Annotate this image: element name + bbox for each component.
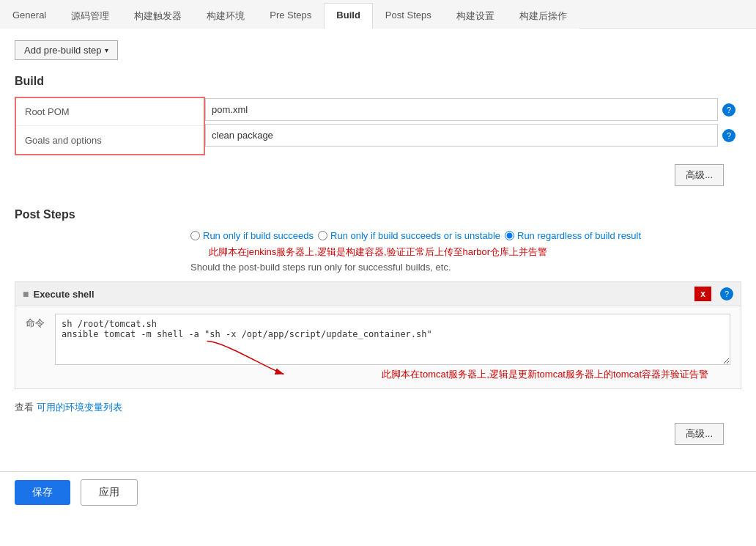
card-body: 命令 此脚本在tomcat服务器 [15, 306, 741, 388]
post-steps-advanced-row: 高级... [15, 423, 741, 445]
build-inputs-col: ? ? [205, 97, 741, 147]
bottom-buttons: 保存 应用 [15, 479, 138, 506]
tab-settings[interactable]: 构建设置 [444, 3, 507, 29]
dropdown-arrow-icon: ▾ [105, 46, 108, 54]
card-actions: x ? [694, 287, 733, 301]
goals-help-icon[interactable]: ? [722, 129, 735, 142]
cmd-annotation-text: 此脚本在tomcat服务器上,逻辑是更新tomcat服务器上的tomcat容器并… [26, 365, 730, 381]
radio-unstable[interactable]: Run only if build succeeds or is unstabl… [318, 230, 500, 241]
add-pre-build-step-button[interactable]: Add pre-build step ▾ [15, 40, 118, 60]
post-steps-advanced-button[interactable]: 高级... [675, 423, 724, 445]
content-area: Add pre-build step ▾ Build Root POM Goal… [0, 29, 756, 471]
execute-shell-title: Execute shell [33, 289, 94, 300]
cmd-textarea[interactable] [55, 314, 730, 365]
build-section: Build Root POM Goals and options ? [15, 75, 741, 186]
build-advanced-row: 高级... [15, 164, 741, 186]
post-steps-desc: Should the post-build steps run only for… [15, 262, 741, 273]
tab-postactions[interactable]: 构建后操作 [507, 3, 579, 29]
radio-success-label: Run only if build succeeds [203, 230, 314, 241]
radio-always[interactable]: Run regardless of build result [505, 230, 641, 241]
card-title-row: ■ Execute shell [23, 288, 94, 300]
radio-success[interactable]: Run only if build succeeds [190, 230, 314, 241]
root-pom-label: Root POM [16, 98, 204, 126]
save-button[interactable]: 保存 [15, 480, 70, 505]
shell-icon: ■ [23, 288, 29, 300]
bottom-bar: 保存 应用 [0, 471, 756, 513]
post-steps-section: Post Steps Run only if build succeeds Ru… [15, 208, 741, 445]
tabs-bar: General 源码管理 构建触发器 构建环境 Pre Steps Build … [0, 0, 756, 29]
tab-env[interactable]: 构建环境 [194, 3, 257, 29]
build-section-title: Build [15, 75, 741, 88]
build-labels-box: Root POM Goals and options [15, 97, 205, 155]
apply-button[interactable]: 应用 [81, 479, 138, 506]
tab-build[interactable]: Build [324, 3, 373, 29]
tab-general[interactable]: General [0, 3, 59, 29]
page-wrapper: General 源码管理 构建触发器 构建环境 Pre Steps Build … [0, 0, 756, 546]
tab-presteps[interactable]: Pre Steps [257, 3, 324, 29]
goals-row: ? [205, 124, 741, 147]
post-steps-title: Post Steps [15, 208, 741, 221]
tab-triggers[interactable]: 构建触发器 [122, 3, 194, 29]
radio-always-label: Run regardless of build result [517, 230, 641, 241]
tab-poststeps[interactable]: Post Steps [373, 3, 444, 29]
execute-shell-header: ■ Execute shell x ? [15, 282, 741, 306]
cmd-label: 命令 [26, 314, 48, 330]
root-pom-help-icon[interactable]: ? [722, 103, 735, 117]
add-pre-build-label: Add pre-build step [24, 45, 102, 56]
radio-always-input[interactable] [505, 231, 514, 240]
cmd-row: 命令 [26, 314, 730, 365]
goals-input[interactable] [205, 124, 718, 147]
radio-unstable-label: Run only if build succeeds or is unstabl… [330, 230, 500, 241]
delete-execute-shell-button[interactable]: x [694, 287, 711, 301]
goals-label: Goals and options [16, 126, 204, 154]
tab-source[interactable]: 源码管理 [59, 3, 122, 29]
vars-row: 查看 可用的环境变量列表 [15, 401, 741, 414]
vars-link[interactable]: 可用的环境变量列表 [37, 402, 122, 413]
radio-success-input[interactable] [190, 231, 200, 240]
build-advanced-button[interactable]: 高级... [675, 164, 724, 186]
root-pom-row: ? [205, 98, 741, 121]
execute-shell-card: ■ Execute shell x ? 命令 [15, 281, 741, 389]
post-steps-note: 此脚本在jenkins服务器上,逻辑是构建容器,验证正常后上传至harbor仓库… [15, 246, 741, 259]
radio-unstable-input[interactable] [318, 231, 327, 240]
root-pom-input[interactable] [205, 98, 718, 121]
vars-prefix: 查看 [15, 402, 37, 413]
radio-options-row: Run only if build succeeds Run only if b… [15, 230, 741, 241]
execute-shell-help-icon[interactable]: ? [720, 287, 733, 300]
